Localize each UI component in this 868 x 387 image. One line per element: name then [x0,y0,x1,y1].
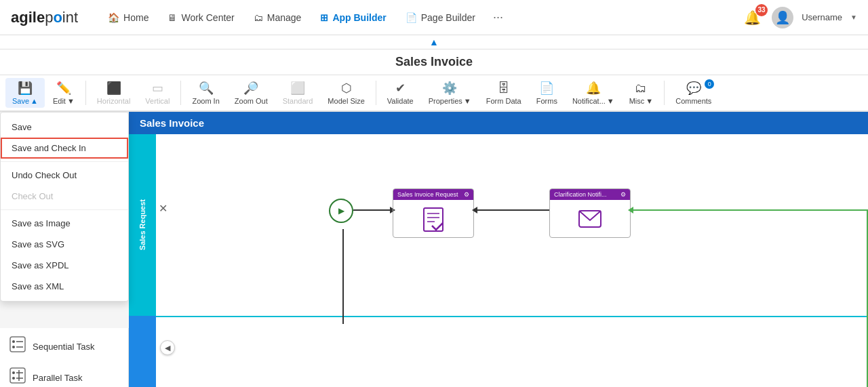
task2-gear-icon[interactable]: ⚙ [620,191,626,198]
sidebar-item-parallel[interactable]: Parallel Task [0,362,128,387]
form-data-toolbar-button[interactable]: 🗄 Form Data [479,79,528,108]
notification-button[interactable]: 🔔 33 [741,7,764,28]
sequential-task-icon [8,335,27,358]
toolbar-divider-2 [180,81,181,105]
save-menu-save-xpdl[interactable]: Save as XPDL [1,255,128,276]
nav-right: 🔔 33 👤 Username ▼ [741,7,857,28]
notification-badge: 33 [755,4,768,16]
save-menu-save-xml[interactable]: Save as XML [1,276,128,297]
arrow-vertical-down [342,229,344,324]
vertical-toolbar-button[interactable]: ▭ Vertical [138,78,176,108]
edit-icon: ✏️ [56,81,71,96]
standard-toolbar-button[interactable]: ⬜ Standard [276,78,320,108]
page-icon: 📄 [406,12,417,23]
canvas-title-bar: Sales Invoice [129,112,868,134]
sidebar-panel: Sequential Task Parallel Task [0,328,129,387]
save-dropdown-menu: Save Save and Check In Undo Check Out Ch… [0,112,129,302]
sequential-task-label: Sequential Task [33,342,95,352]
validate-icon: ✔ [395,81,406,96]
forms-toolbar-button[interactable]: 📄 Forms [530,78,564,108]
nav-pagebuilder[interactable]: 📄 Page Builder [397,8,484,27]
notifications-toolbar-button[interactable]: 🔔 Notificat... ▼ [566,78,621,108]
collapse-button[interactable]: ▲ [429,37,439,47]
form-data-icon: 🗄 [498,81,510,96]
toolbar-divider-4 [664,81,665,105]
toolbar: 💾 Save ▲ ✏️ Edit ▼ ⬛ Horizontal ▭ Vertic… [0,75,868,112]
close-button[interactable]: ✕ [155,200,171,216]
forms-icon: 📄 [539,81,554,96]
nav-more[interactable]: ··· [486,6,510,28]
edit-toolbar-button[interactable]: ✏️ Edit ▼ [46,78,81,108]
misc-icon: 🗂 [635,81,647,96]
properties-icon: ⚙️ [442,81,457,96]
zoom-out-toolbar-button[interactable]: 🔎 Zoom Out [228,78,275,108]
svg-point-3 [12,346,15,348]
menu-divider-1 [1,161,128,162]
standard-icon: ⬜ [290,81,305,96]
user-icon: 👤 [775,10,790,25]
sidebar-item-sequential[interactable]: Sequential Task [0,331,128,362]
save-menu-undo-check-out[interactable]: Undo Check Out [1,165,128,186]
zoom-out-icon: 🔎 [243,81,258,96]
start-node[interactable]: ▶ [329,199,353,223]
nav-home[interactable]: 🏠 Home [100,8,157,27]
task-node-1[interactable]: Sales Invoice Request ⚙ [393,188,474,238]
folder-icon: 🗂 [254,12,263,23]
svg-point-6 [12,371,15,374]
logo: agilepoint [11,9,78,26]
collapse-bar: ▲ [0,35,868,49]
swim-lane-blue [129,316,156,387]
canvas-area: Sales Invoice Sales Request ▶ [129,112,868,387]
logo-text: agilepoint [11,9,78,26]
svg-point-1 [12,340,15,343]
arrow-node2-to-node1 [475,209,549,211]
nav-appbuilder[interactable]: ⊞ App Builder [312,8,394,27]
top-nav: agilepoint 🏠 Home 🖥 Work Center 🗂 Manage… [0,0,868,35]
model-size-toolbar-button[interactable]: ⬡ Model Size [321,78,371,108]
save-menu-check-out: Check Out [1,186,128,207]
grid-icon: ⊞ [320,12,328,23]
monitor-icon: 🖥 [167,12,177,23]
lane-divider [156,316,868,317]
canvas-body: Sales Request ▶ Sales Invoice Request ⚙ [129,134,868,387]
arrow-green-right [631,209,868,211]
comments-badge: 0 [705,79,714,89]
swim-lane-teal: Sales Request [129,134,156,316]
nav-workcenter[interactable]: 🖥 Work Center [159,8,242,27]
chevron-left-icon: ◀ [165,344,170,352]
comments-toolbar-button[interactable]: 💬 Comments 0 [669,78,718,108]
model-size-icon: ⬡ [341,81,352,96]
zoom-in-toolbar-button[interactable]: 🔍 Zoom In [185,78,226,108]
save-toolbar-button[interactable]: 💾 Save ▲ [5,78,45,108]
horizontal-icon: ⬛ [106,81,121,96]
parallel-task-label: Parallel Task [33,373,82,383]
save-menu-save-svg[interactable]: Save as SVG [1,234,128,255]
main-content: Save Save and Check In Undo Check Out Ch… [0,112,868,387]
sidebar-collapse-button[interactable]: ◀ [160,340,175,355]
vertical-icon: ▭ [152,81,163,96]
properties-toolbar-button[interactable]: ⚙️ Properties ▼ [422,78,478,108]
zoom-in-icon: 🔍 [199,81,214,96]
user-chevron-icon[interactable]: ▼ [850,14,857,21]
save-menu-save-check-in[interactable]: Save and Check In [1,138,128,159]
page-title: Sales Invoice [395,55,473,69]
nav-items: 🏠 Home 🖥 Work Center 🗂 Manage ⊞ App Buil… [100,6,736,28]
svg-rect-0 [10,337,25,352]
toolbar-divider-3 [376,81,376,105]
validate-toolbar-button[interactable]: ✔ Validate [380,78,420,108]
save-menu-save-image[interactable]: Save as Image [1,213,128,234]
task1-gear-icon[interactable]: ⚙ [464,191,469,198]
toolbar-divider-1 [85,81,86,105]
save-menu-save[interactable]: Save [1,117,128,138]
user-name[interactable]: Username [802,12,842,22]
page-title-bar: Sales Invoice [0,49,868,75]
svg-rect-5 [10,368,25,383]
menu-divider-2 [1,209,128,210]
nav-manage[interactable]: 🗂 Manage [245,8,310,27]
notif-toolbar-icon: 🔔 [586,81,601,96]
misc-toolbar-button[interactable]: 🗂 Misc ▼ [623,79,660,108]
horizontal-toolbar-button[interactable]: ⬛ Horizontal [90,78,138,108]
task-node-2[interactable]: Clarification Notifi... ⚙ [549,188,631,238]
user-avatar[interactable]: 👤 [772,7,793,28]
parallel-task-icon [8,366,27,387]
